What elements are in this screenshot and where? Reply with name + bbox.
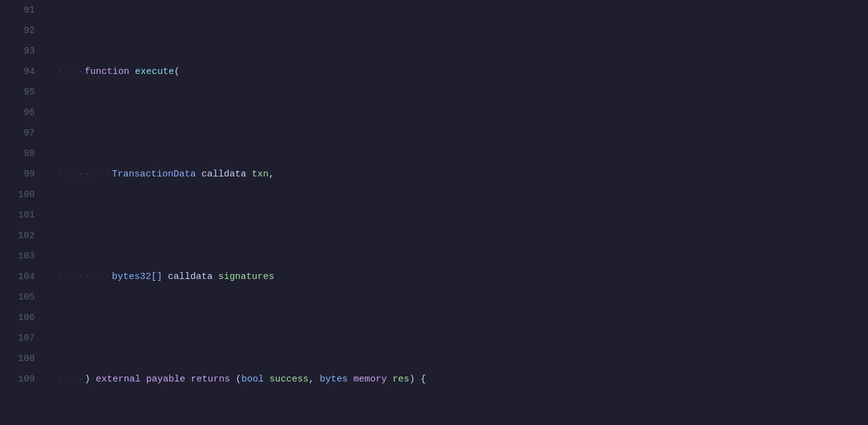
line-num-103: 103 [0, 246, 35, 267]
line-num-96: 96 [0, 103, 35, 123]
line-num-101: 101 [0, 205, 35, 226]
code-content[interactable]: ····function execute( ········Transactio… [45, 0, 868, 425]
line-num-104: 104 [0, 267, 35, 287]
code-line-92: ········TransactionData calldata txn, [57, 164, 868, 185]
code-editor: 91 92 93 94 95 96 97 98 99 100 101 102 1… [0, 0, 868, 425]
line-num-97: 97 [0, 123, 35, 144]
line-num-94: 94 [0, 62, 35, 82]
line-num-107: 107 [0, 328, 35, 349]
line-num-98: 98 [0, 144, 35, 164]
line-num-100: 100 [0, 185, 35, 205]
line-num-93: 93 [0, 41, 35, 62]
line-num-109: 109 [0, 369, 35, 390]
line-num-108: 108 [0, 349, 35, 369]
code-line-93: ········bytes32[] calldata signatures [57, 267, 868, 287]
line-num-95: 95 [0, 82, 35, 103]
code-line-91: ····function execute( [57, 62, 868, 82]
line-num-106: 106 [0, 308, 35, 328]
line-num-105: 105 [0, 287, 35, 308]
code-line-94: ····) external payable returns (bool suc… [57, 369, 868, 390]
line-num-99: 99 [0, 164, 35, 185]
line-num-102: 102 [0, 226, 35, 246]
line-num-91: 91 [0, 0, 35, 21]
line-num-92: 92 [0, 21, 35, 41]
line-numbers: 91 92 93 94 95 96 97 98 99 100 101 102 1… [0, 0, 45, 425]
